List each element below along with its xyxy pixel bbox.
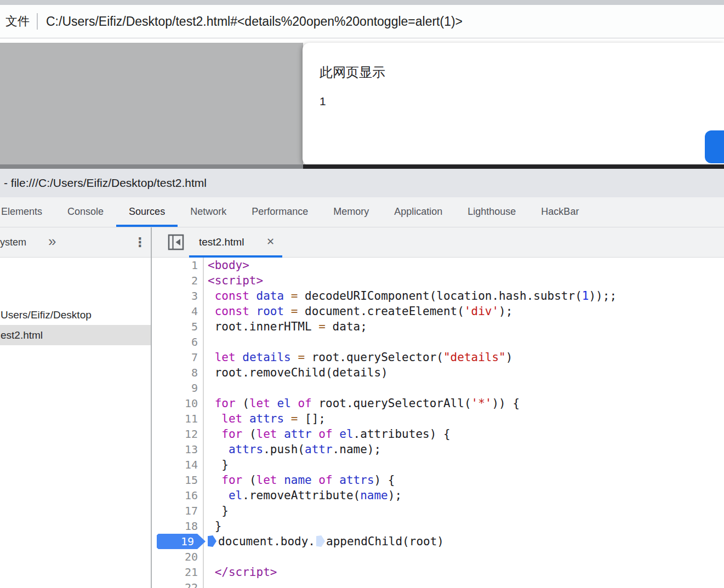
- code-text[interactable]: el.removeAttribute(name);: [203, 488, 402, 503]
- line-number[interactable]: 9: [152, 380, 203, 396]
- code-token: [208, 427, 221, 441]
- devtools-titlebar: - file:///C:/Users/Eifiz/Desktop/test2.h…: [0, 169, 724, 197]
- code-token: [312, 427, 319, 441]
- code-token: for: [221, 427, 242, 441]
- inline-breakpoint-candidate-icon[interactable]: [316, 535, 325, 547]
- code-text[interactable]: }: [203, 518, 221, 534]
- code-token: (: [236, 397, 249, 410]
- code-text[interactable]: }: [203, 503, 229, 518]
- code-token: [208, 473, 221, 487]
- kebab-menu-icon[interactable]: ⋮: [134, 227, 146, 257]
- code-token: [208, 397, 215, 410]
- alert-message: 1: [320, 95, 326, 108]
- code-token: [208, 412, 221, 425]
- code-line: 11 let attrs = [];: [152, 411, 724, 426]
- navigator-tab-filesystem[interactable]: ystem: [0, 227, 26, 257]
- line-number[interactable]: 5: [152, 319, 203, 334]
- tab-hackbar[interactable]: HackBar: [528, 197, 591, 227]
- code-token: }: [208, 520, 221, 533]
- code-token: root.querySelector(: [305, 351, 443, 364]
- line-number[interactable]: 22: [152, 580, 203, 588]
- code-line: 7 let details = root.querySelector("deta…: [152, 350, 724, 365]
- tab-console[interactable]: Console: [55, 197, 116, 227]
- line-number[interactable]: 16: [152, 488, 203, 503]
- line-number[interactable]: 3: [152, 288, 203, 304]
- code-text[interactable]: const data = decodeURIComponent(location…: [203, 288, 617, 304]
- sources-editor-pane: test2.html ✕ 1<body>2<script>3 const dat…: [152, 227, 724, 588]
- line-number[interactable]: 20: [152, 549, 203, 564]
- line-number[interactable]: 11: [152, 411, 203, 426]
- code-token: '*': [471, 397, 492, 410]
- code-token: [242, 412, 249, 425]
- code-text[interactable]: root.innerHTML = data;: [203, 319, 367, 334]
- code-line: 16 el.removeAttribute(name);: [152, 488, 724, 503]
- line-number[interactable]: 12: [152, 426, 203, 442]
- tab-elements[interactable]: Elements: [0, 197, 55, 227]
- line-number[interactable]: 7: [152, 350, 203, 365]
- tab-sources[interactable]: Sources: [116, 197, 178, 227]
- line-number[interactable]: 8: [152, 365, 203, 380]
- line-number[interactable]: 17: [152, 503, 203, 518]
- line-number[interactable]: 15: [152, 472, 203, 488]
- url-text[interactable]: C:/Users/Eifiz/Desktop/test2.html#<detai…: [46, 14, 463, 29]
- tab-performance[interactable]: Performance: [239, 197, 321, 227]
- code-text[interactable]: const root = document.createElement('div…: [203, 304, 512, 319]
- screen: 文件 C:/Users/Eifiz/Desktop/test2.html#<de…: [0, 0, 724, 588]
- code-text[interactable]: for (let attr of el.attributes) {: [203, 426, 451, 442]
- line-number[interactable]: 2: [152, 273, 203, 288]
- code-line: 3 const data = decodeURIComponent(locati…: [152, 288, 724, 304]
- line-number[interactable]: 21: [152, 564, 203, 580]
- line-number-text: 10: [152, 396, 203, 411]
- tab-application[interactable]: Application: [381, 197, 455, 227]
- file-menu[interactable]: 文件: [5, 13, 30, 30]
- toggle-navigator-icon[interactable]: [168, 234, 184, 250]
- tab-lighthouse[interactable]: Lighthouse: [455, 197, 528, 227]
- more-tabs-icon[interactable]: »: [48, 227, 56, 255]
- line-number-text: 6: [152, 334, 203, 350]
- code-text[interactable]: for (let el of root.querySelectorAll('*'…: [203, 396, 520, 411]
- code-token: .name);: [333, 443, 381, 456]
- code-token: root.querySelectorAll(: [312, 397, 471, 410]
- code-text[interactable]: }: [203, 457, 229, 472]
- file-tree-item[interactable]: Users/Eifiz/Desktop: [0, 305, 151, 325]
- code-token: document.body.: [218, 535, 315, 548]
- code-text[interactable]: root.removeChild(details): [203, 365, 388, 380]
- line-number[interactable]: 18: [152, 518, 203, 534]
- close-tab-icon[interactable]: ✕: [266, 227, 275, 256]
- code-token: (: [242, 473, 256, 487]
- inline-breakpoint-icon[interactable]: [208, 535, 216, 547]
- code-editor[interactable]: 1<body>2<script>3 const data = decodeURI…: [152, 258, 724, 588]
- line-number[interactable]: 13: [152, 442, 203, 457]
- line-number[interactable]: 14: [152, 457, 203, 472]
- code-token: for: [221, 473, 242, 487]
- file-tree-item[interactable]: est2.html: [0, 325, 151, 345]
- code-text[interactable]: <body>: [203, 258, 249, 273]
- line-number[interactable]: 4: [152, 304, 203, 319]
- code-text[interactable]: <script>: [203, 273, 263, 288]
- code-token: [277, 427, 284, 441]
- alert-dialog: 此网页显示 1: [303, 43, 724, 165]
- code-token: =: [291, 412, 298, 425]
- code-text[interactable]: document.body.appendChild(root): [203, 534, 444, 549]
- code-line: 9: [152, 380, 724, 396]
- code-token: .attributes) {: [354, 427, 451, 441]
- code-text[interactable]: </script>: [203, 564, 277, 580]
- alert-ok-button[interactable]: [705, 130, 724, 163]
- code-text[interactable]: attrs.push(attr.name);: [203, 442, 381, 457]
- line-number[interactable]: 19: [152, 534, 203, 549]
- line-number[interactable]: 6: [152, 334, 203, 350]
- tab-network[interactable]: Network: [178, 197, 239, 227]
- code-line: 5 root.innerHTML = data;: [152, 319, 724, 334]
- code-token: name: [360, 489, 388, 502]
- code-token: [333, 427, 340, 441]
- editor-tab-test2[interactable]: test2.html ✕: [189, 227, 282, 258]
- code-text[interactable]: let details = root.querySelector("detail…: [203, 350, 512, 365]
- tab-memory[interactable]: Memory: [321, 197, 381, 227]
- code-text[interactable]: let attrs = [];: [203, 411, 326, 426]
- line-number[interactable]: 1: [152, 258, 203, 273]
- address-bar[interactable]: 文件 C:/Users/Eifiz/Desktop/test2.html#<de…: [0, 5, 724, 38]
- code-token: </script>: [215, 566, 277, 579]
- line-number[interactable]: 10: [152, 396, 203, 411]
- code-token: [270, 397, 277, 410]
- code-text[interactable]: for (let name of attrs) {: [203, 472, 395, 488]
